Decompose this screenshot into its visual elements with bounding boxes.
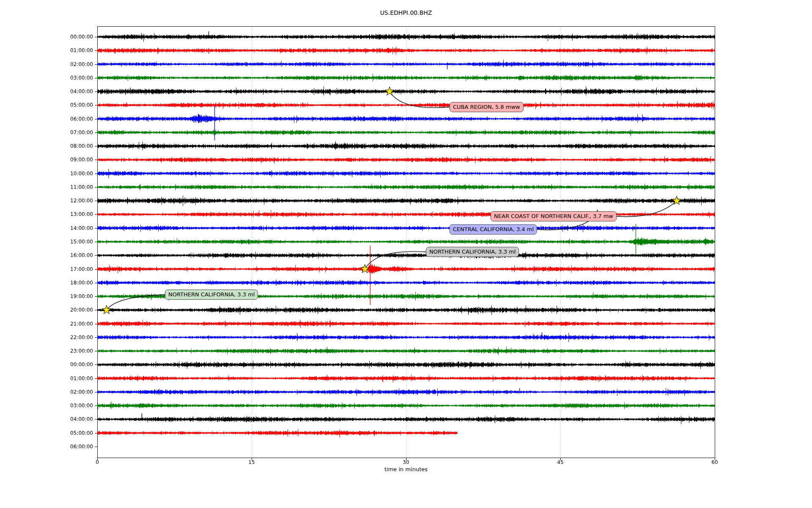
y-axis-label: 06:00:00 [30,116,93,121]
y-axis-label: 03:00:00 [30,75,93,80]
x-axis-title: time in minutes [97,466,715,472]
event-annotation: CUBA REGION, 5.8 mww [450,102,524,112]
y-axis-label: 10:00:00 [30,171,93,176]
y-axis-label: 05:00:00 [30,431,93,436]
y-axis-label: 06:00:00 [30,444,93,449]
y-axis-label: 08:00:00 [30,144,93,149]
y-axis-label: 00:00:00 [30,362,93,367]
y-axis-label: 22:00:00 [30,335,93,340]
y-axis-label: 04:00:00 [30,89,93,94]
event-annotation: CENTRAL CALIFORNIA, 3.4 ml [450,224,537,235]
event-annotation: NORTHERN CALIFORNIA, 3.3 ml [165,290,258,300]
x-axis-tick-label: 0 [85,460,110,465]
event-annotation: NORTHERN CALIFORNIA, 3.3 ml [426,247,519,257]
y-axis-label: 13:00:00 [30,212,93,217]
x-axis-tick-label: 30 [393,460,419,465]
y-axis-label: 21:00:00 [30,321,93,326]
y-axis-label: 16:00:00 [30,253,93,258]
x-axis-tick-label: 15 [239,460,264,465]
x-axis-tick-label: 60 [702,460,727,465]
y-axis-label: 18:00:00 [30,280,93,285]
seismogram-canvas [0,0,812,508]
y-axis-label: 09:00:00 [30,157,93,162]
y-axis-label: 11:00:00 [30,185,93,190]
y-axis-label: 00:00:00 [30,34,93,39]
y-axis-label: 01:00:00 [30,376,93,381]
y-axis-label: 19:00:00 [30,294,93,299]
event-annotation: NEAR COAST OF NORTHERN CALIF., 3.7 mw [491,211,617,221]
y-axis-label: 02:00:00 [30,389,93,395]
y-axis-label: 04:00:00 [30,417,93,422]
y-axis-label: 23:00:00 [30,348,93,353]
y-axis-label: 02:00:00 [30,62,93,67]
y-axis-label: 20:00:00 [30,307,93,312]
figure: US.EDHPI.00.BHZ 00:00:0001:00:0002:00:00… [0,0,812,508]
y-axis-label: 14:00:00 [30,226,93,231]
y-axis-label: 15:00:00 [30,239,93,244]
y-axis-label: 12:00:00 [30,198,93,203]
y-axis-label: 17:00:00 [30,267,93,272]
y-axis-label: 07:00:00 [30,130,93,135]
y-axis-label: 01:00:00 [30,48,93,53]
y-axis-label: 03:00:00 [30,403,93,408]
y-axis-label: 05:00:00 [30,102,93,108]
x-axis-tick-label: 45 [548,460,573,465]
